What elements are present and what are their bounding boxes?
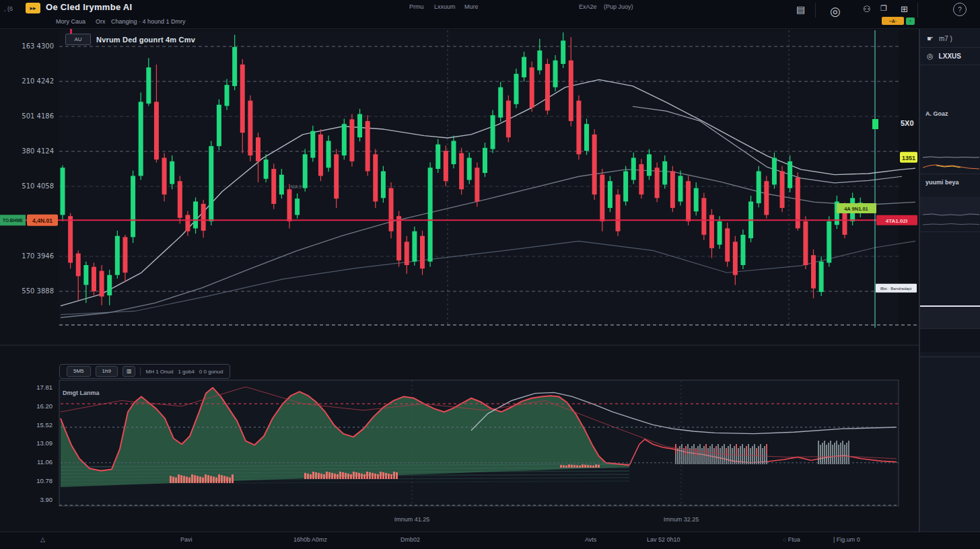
main-chart-canvas[interactable]: 163 4300210 4242501 4186380 4124510 4058… bbox=[0, 0, 919, 549]
time-axis-label: Imnum 41.25 bbox=[394, 516, 430, 523]
indicator-setting[interactable]: 1 gob4 bbox=[178, 369, 194, 375]
menu-item-(pup juoy)[interactable]: (Pup Juoy) bbox=[604, 3, 633, 10]
premium-pill-button[interactable]: ~A· bbox=[882, 17, 904, 25]
interval-chip-5M5[interactable]: 5M5 bbox=[67, 366, 91, 377]
footer-bar: △Pavi16h0b A0mzDmb02AvtsLav 52 0h10◌ Ftu… bbox=[0, 532, 980, 549]
indicator-axis-label: 10.78 bbox=[36, 477, 53, 484]
footer-dmb[interactable]: Dmb02 bbox=[400, 536, 420, 543]
price-axis-label: 550 3888 bbox=[22, 287, 54, 295]
window-glyphs: , (6 bbox=[4, 5, 13, 12]
cursor-icon[interactable]: ☛ bbox=[927, 34, 934, 43]
svg-text:1351: 1351 bbox=[902, 155, 915, 161]
header-divider bbox=[917, 3, 918, 17]
current-bar-tag bbox=[872, 119, 878, 129]
header-divider bbox=[815, 3, 816, 17]
sidebar-section-title: A. Goaz bbox=[925, 110, 948, 117]
menu-item-mure[interactable]: Mure bbox=[464, 3, 479, 10]
trading-app-window: , (6 ▸▸ Oe Cled Irymmbe AI ? ~A· ▪ PrmuL… bbox=[0, 0, 980, 549]
sidebar-section-title: yuumi beya bbox=[925, 179, 959, 186]
help-icon[interactable]: ? bbox=[953, 3, 967, 16]
target-icon[interactable]: ◎ bbox=[830, 4, 841, 19]
symbol-chip[interactable]: AU bbox=[65, 34, 91, 45]
footer-figum[interactable]: | Fig.um 0 bbox=[833, 536, 860, 543]
svg-text:4,4N.01: 4,4N.01 bbox=[32, 217, 53, 224]
status-pill-button[interactable]: ▪ bbox=[906, 17, 915, 25]
chart-legend: AU Nvrum Ded gounrt 4m Cmv bbox=[65, 34, 195, 45]
panel-icon[interactable]: ▤ bbox=[796, 4, 805, 15]
toolbar-item[interactable]: Mory Caua bbox=[56, 18, 85, 25]
cards-icon[interactable]: ❐ bbox=[880, 4, 887, 13]
sidebar-row-watchlist[interactable]: ◎ LXXUS bbox=[920, 48, 980, 63]
sidebar-watchlist-label: LXXUS bbox=[939, 52, 961, 60]
indicator-axis-label: 15.52 bbox=[36, 421, 53, 429]
ma-annotation: MA 9 bbox=[291, 184, 302, 189]
footer-time[interactable]: 16h0b A0mz bbox=[293, 536, 327, 543]
app-title: Oe Cled Irymmbe AI bbox=[46, 2, 132, 12]
sparkline-grey bbox=[923, 221, 979, 227]
interval-chip-1h9[interactable]: 1h9 bbox=[96, 366, 118, 377]
sidebar-panel bbox=[920, 329, 980, 352]
sidebar-row-tools[interactable]: ☛ m7 ) bbox=[920, 31, 980, 46]
price-axis-label: 501 4186 bbox=[22, 112, 54, 120]
user-icon[interactable]: ⚇ bbox=[863, 4, 871, 14]
indicator-axis-label: 11.06 bbox=[37, 458, 53, 466]
toolbar-item[interactable]: Orx bbox=[96, 18, 106, 25]
divider bbox=[920, 47, 980, 48]
menu-item-exa2e[interactable]: ExA2e bbox=[579, 3, 597, 10]
svg-text:TO.BHME: TO.BHME bbox=[3, 218, 24, 223]
layout-icon[interactable]: ▥ bbox=[123, 366, 136, 377]
divider bbox=[140, 367, 141, 375]
indicator-title: Dmgt Lanma bbox=[63, 390, 100, 396]
indicator-axis-label: 16.20 bbox=[36, 402, 53, 410]
footer-ftua[interactable]: ◌ Ftua bbox=[783, 536, 800, 543]
price-axis-label: 380 4124 bbox=[22, 147, 54, 155]
footer-lav[interactable]: Lav 52 0h10 bbox=[647, 536, 680, 543]
indicator-axis-label: 17.81 bbox=[36, 383, 53, 391]
svg-text:4A 9N1.01: 4A 9N1.01 bbox=[844, 206, 868, 212]
calendar-icon[interactable]: ⊞ bbox=[901, 4, 908, 14]
app-logo-icon[interactable]: ▸▸ bbox=[26, 3, 40, 13]
axis-price-text: 5X0 bbox=[901, 119, 914, 127]
menu-item-prmu[interactable]: Prmu bbox=[409, 3, 424, 10]
indicator-setting[interactable]: MH 1 Onud bbox=[145, 369, 173, 375]
indicator-setting[interactable]: 0 0 gonud bbox=[199, 369, 223, 375]
target-small-icon[interactable]: ◎ bbox=[927, 52, 934, 61]
sparkline-hot bbox=[923, 163, 979, 171]
divider bbox=[920, 174, 980, 174]
price-axis-label: 170 3946 bbox=[22, 252, 54, 260]
divider bbox=[920, 231, 980, 232]
svg-text:IBst · Bandradapt: IBst · Bandradapt bbox=[880, 287, 912, 291]
sparkline-grey bbox=[923, 211, 979, 218]
price-axis-label: 163 4300 bbox=[22, 42, 54, 50]
divider bbox=[920, 65, 980, 65]
indicator-axis-label: 3.90 bbox=[40, 496, 53, 503]
toolbar-item[interactable]: Changing · 4 hound 1 Dmry bbox=[111, 18, 186, 25]
sidebar-panel bbox=[920, 307, 980, 328]
indicator-axis-label: 13.09 bbox=[36, 439, 53, 447]
sparkline-flat bbox=[923, 153, 979, 161]
sidebar-row1-label: m7 ) bbox=[939, 35, 952, 42]
price-axis-label: 210 4242 bbox=[22, 77, 54, 85]
time-axis-label: Imnum 32.25 bbox=[664, 516, 699, 523]
footer-pavi[interactable]: Pavi bbox=[180, 536, 193, 543]
indicator-toolbar: 5M51h9▥MH 1 Onud1 gob40 0 gonud bbox=[59, 364, 230, 379]
footer-avts[interactable]: Avts bbox=[585, 536, 596, 543]
chart-legend-title: Nvrum Ded gounrt 4m Cmv bbox=[96, 36, 195, 44]
menu-item-lxxuum[interactable]: Lxxuum bbox=[434, 3, 456, 10]
svg-text:4TA1.02I: 4TA1.02I bbox=[886, 218, 907, 224]
right-sidebar: ☛ m7 ) ◎ LXXUS A. Goaz yuumi beya bbox=[919, 28, 980, 532]
header-bar: , (6 ▸▸ Oe Cled Irymmbe AI ? ~A· ▪ PrmuL… bbox=[0, 0, 980, 29]
expand-triangle[interactable]: △ bbox=[40, 536, 45, 543]
price-axis-label: 510 4058 bbox=[22, 182, 54, 190]
divider bbox=[920, 357, 980, 357]
